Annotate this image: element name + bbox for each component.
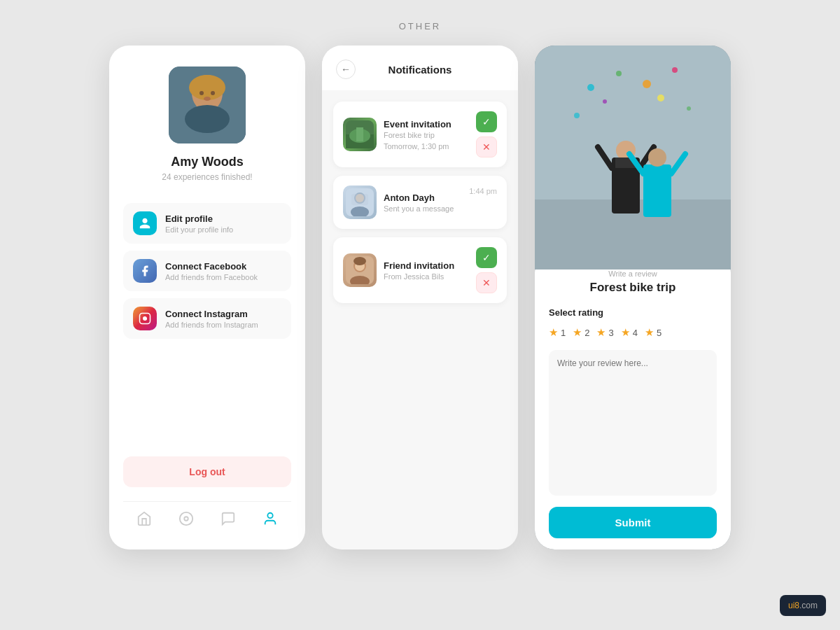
screens-container: Amy Woods 24 experiences finished! Edit … (81, 46, 759, 550)
edit-profile-item[interactable]: Edit profile Edit your profile info (123, 203, 291, 244)
notification-event-invite: Event invitation Forest bike trip Tomorr… (333, 102, 507, 167)
svg-point-10 (184, 517, 188, 521)
back-button[interactable]: ← (336, 59, 356, 79)
notification-message-content: Anton Dayh Sent you a message (384, 192, 462, 213)
nav-home[interactable] (134, 509, 154, 528)
notification-message-desc: Sent you a message (384, 204, 462, 213)
notifications-screen: ← Notifications Event invitation Forest … (322, 46, 518, 550)
star-5[interactable]: ★5 (645, 326, 662, 339)
avatar-image (169, 66, 246, 144)
notification-friend-invite: Friend invitation From Jessica Bils ✓ ✕ (333, 237, 507, 303)
svg-point-6 (204, 97, 211, 101)
edit-profile-title: Edit profile (165, 214, 233, 224)
svg-point-42 (648, 148, 666, 167)
profile-subtitle: 24 experiences finished! (162, 172, 252, 182)
svg-point-4 (200, 91, 204, 95)
notification-event-time: Tomorrow, 1:30 pm (384, 142, 466, 150)
review-subtitle: Write a review (549, 270, 717, 278)
star-1[interactable]: ★1 (549, 326, 566, 339)
notifications-header: ← Notifications (322, 46, 518, 90)
svg-point-11 (267, 513, 272, 518)
notification-event-name: Event invitation (384, 119, 466, 130)
star-4[interactable]: ★4 (621, 326, 638, 339)
logout-button[interactable]: Log out (123, 456, 291, 487)
nav-music[interactable] (176, 509, 196, 528)
svg-point-25 (354, 257, 366, 265)
svg-point-2 (189, 75, 225, 100)
star-1-icon: ★ (549, 326, 558, 339)
edit-profile-sub: Edit your profile info (165, 225, 233, 234)
avatar (169, 66, 246, 144)
connect-facebook-title: Connect Facebook (165, 261, 258, 272)
decline-event-button[interactable]: ✕ (476, 136, 497, 158)
star-3-icon: ★ (596, 326, 606, 339)
rating-label: Select rating (549, 307, 717, 318)
connect-instagram-sub: Add friends from Instagram (165, 321, 258, 329)
connect-facebook-sub: Add friends from Facebook (165, 273, 258, 281)
accept-event-button[interactable]: ✓ (476, 111, 497, 132)
svg-point-29 (616, 71, 622, 76)
svg-rect-20 (351, 194, 368, 205)
edit-profile-icon (133, 211, 157, 235)
review-screen: Write a review Forest bike trip Select r… (535, 46, 731, 550)
nav-chat[interactable] (218, 509, 238, 528)
bottom-navigation (123, 501, 291, 536)
notification-user-image (343, 186, 377, 219)
svg-rect-15 (356, 127, 363, 141)
svg-point-32 (603, 99, 607, 104)
stars-row: ★1 ★2 ★3 ★4 ★5 (549, 326, 717, 339)
notification-message: Anton Dayh Sent you a message 1:44 pm (333, 176, 507, 229)
star-3[interactable]: ★3 (596, 326, 613, 339)
watermark: ui8.com (780, 595, 826, 616)
notification-event-desc: Forest bike trip (384, 131, 466, 139)
facebook-icon (133, 259, 157, 283)
svg-point-31 (672, 67, 678, 73)
svg-point-3 (185, 105, 230, 133)
svg-point-33 (657, 94, 664, 102)
svg-point-28 (587, 84, 594, 91)
profile-name: Amy Woods (171, 155, 244, 169)
notifications-title: Notifications (388, 64, 452, 76)
svg-point-30 (643, 80, 651, 88)
notification-message-time: 1:44 pm (469, 187, 497, 195)
connect-instagram-title: Connect Instagram (165, 309, 258, 319)
star-4-icon: ★ (621, 326, 630, 339)
page-title: OTHER (399, 21, 442, 31)
star-2[interactable]: ★2 (573, 326, 589, 339)
instagram-icon (133, 307, 157, 330)
notification-sender-name: Anton Dayh (384, 192, 462, 203)
review-card: Write a review Forest bike trip Select r… (535, 255, 731, 550)
profile-screen: Amy Woods 24 experiences finished! Edit … (109, 46, 305, 550)
review-hero-image (535, 46, 731, 270)
notification-friend-name: Friend invitation (384, 260, 466, 271)
notifications-list: Event invitation Forest bike trip Tomorr… (322, 90, 518, 550)
svg-point-35 (687, 106, 691, 111)
svg-point-34 (574, 113, 580, 118)
star-5-icon: ★ (645, 326, 654, 339)
accept-friend-button[interactable]: ✓ (476, 247, 497, 268)
connect-facebook-item[interactable]: Connect Facebook Add friends from Facebo… (123, 251, 291, 291)
review-textarea[interactable] (549, 350, 717, 496)
decline-friend-button[interactable]: ✕ (476, 272, 497, 293)
svg-rect-41 (643, 164, 671, 217)
notification-event-image (343, 118, 377, 151)
nav-profile[interactable] (260, 509, 280, 528)
notification-event-content: Event invitation Forest bike trip Tomorr… (384, 119, 466, 150)
notification-friend-actions: ✓ ✕ (476, 247, 497, 293)
submit-button[interactable]: Submit (549, 507, 717, 538)
review-trip-title: Forest bike trip (549, 281, 717, 295)
star-2-icon: ★ (573, 326, 582, 339)
svg-point-5 (211, 91, 215, 95)
notification-friend-image (343, 253, 377, 287)
notification-friend-desc: From Jessica Bils (384, 272, 466, 281)
connect-instagram-item[interactable]: Connect Instagram Add friends from Insta… (123, 298, 291, 339)
notification-friend-content: Friend invitation From Jessica Bils (384, 260, 466, 281)
svg-point-9 (180, 512, 192, 525)
notification-event-actions: ✓ ✕ (476, 111, 497, 158)
